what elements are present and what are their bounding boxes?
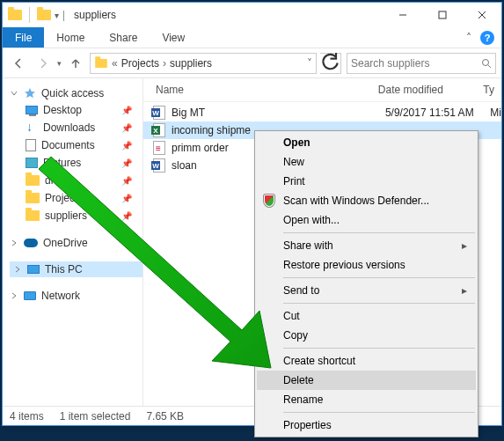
svg-line-5 bbox=[488, 65, 491, 68]
network-icon bbox=[24, 291, 36, 300]
pin-icon: 📌 bbox=[121, 123, 132, 133]
sidebar-suppliers[interactable]: suppliers📌 bbox=[10, 207, 142, 224]
sidebar-network[interactable]: Network bbox=[10, 288, 142, 304]
svg-rect-1 bbox=[439, 11, 446, 18]
col-type[interactable]: Ty bbox=[483, 84, 494, 96]
ctx-delete[interactable]: Delete bbox=[257, 371, 476, 390]
search-placeholder: Search suppliers bbox=[351, 57, 478, 70]
help-icon[interactable]: ? bbox=[480, 31, 494, 45]
recent-dropdown-icon[interactable]: ▾ bbox=[57, 59, 62, 68]
column-headers[interactable]: Name Date modified Ty bbox=[143, 78, 501, 102]
address-dropdown-icon[interactable]: ˅ bbox=[307, 57, 312, 70]
status-selected: 1 item selected bbox=[60, 410, 131, 423]
ctx-properties[interactable]: Properties bbox=[257, 415, 476, 435]
tab-view[interactable]: View bbox=[150, 27, 197, 48]
word-icon bbox=[153, 106, 165, 120]
minimize-button[interactable] bbox=[383, 3, 422, 27]
ctx-separator bbox=[283, 348, 475, 349]
qat-overflow[interactable]: ▾ │ bbox=[55, 11, 67, 20]
download-icon bbox=[26, 122, 38, 133]
pc-icon bbox=[27, 265, 40, 274]
breadcrumb-box[interactable]: « Projects › suppliers ˅ bbox=[90, 53, 317, 74]
breadcrumb-parent[interactable]: Projects bbox=[121, 57, 159, 70]
pin-icon: 📌 bbox=[121, 176, 132, 186]
ctx-cut[interactable]: Cut bbox=[257, 306, 476, 326]
ctx-print[interactable]: Print bbox=[257, 172, 476, 191]
breadcrumb-sep-icon: « bbox=[112, 57, 118, 70]
refresh-button[interactable] bbox=[320, 53, 341, 74]
ctx-separator bbox=[283, 277, 475, 278]
ctx-rename[interactable]: Rename bbox=[257, 390, 476, 409]
context-menu: Open New Print Scan with Windows Defende… bbox=[254, 130, 478, 437]
up-button[interactable] bbox=[65, 53, 86, 74]
maximize-button[interactable] bbox=[422, 3, 462, 27]
close-button[interactable] bbox=[462, 3, 501, 27]
breadcrumb-folder-icon bbox=[95, 58, 107, 67]
quick-access-header[interactable]: Quick access bbox=[10, 85, 142, 101]
document-icon bbox=[26, 139, 36, 151]
app-icon bbox=[8, 10, 22, 20]
excel-icon bbox=[153, 123, 165, 137]
breadcrumb-sep-icon: › bbox=[163, 57, 166, 70]
col-name[interactable]: Name bbox=[150, 84, 378, 96]
file-row[interactable]: Big MT 5/9/2017 11:51 AM Mi bbox=[143, 104, 501, 121]
pin-icon: 📌 bbox=[121, 158, 132, 168]
ribbon: File Home Share View ˄ ? bbox=[3, 27, 501, 48]
pictures-icon bbox=[26, 158, 38, 168]
breadcrumb-current[interactable]: suppliers bbox=[170, 57, 212, 70]
folder-icon bbox=[26, 210, 40, 221]
submenu-arrow-icon: ▸ bbox=[462, 239, 467, 252]
ctx-separator bbox=[283, 412, 475, 413]
ctx-shortcut[interactable]: Create shortcut bbox=[257, 351, 476, 371]
word-icon bbox=[153, 158, 165, 173]
ctx-defender[interactable]: Scan with Windows Defender... bbox=[257, 191, 476, 210]
sidebar-downloads[interactable]: Downloads📌 bbox=[10, 119, 142, 136]
back-button[interactable] bbox=[8, 53, 29, 74]
chevron-down-icon bbox=[10, 89, 18, 98]
tab-share[interactable]: Share bbox=[97, 27, 150, 48]
window-title: suppliers bbox=[74, 9, 116, 21]
ctx-openwith[interactable]: Open with... bbox=[257, 210, 476, 230]
tab-file[interactable]: File bbox=[3, 27, 44, 48]
sidebar-drafts[interactable]: drafts📌 bbox=[10, 172, 142, 189]
sidebar-pictures[interactable]: Pictures📌 bbox=[10, 154, 142, 172]
sidebar-this-pc[interactable]: This PC bbox=[10, 261, 142, 277]
desktop-icon bbox=[26, 106, 38, 114]
search-icon bbox=[481, 58, 492, 69]
sidebar-documents[interactable]: Documents📌 bbox=[10, 136, 142, 154]
sidebar-projects[interactable]: Projects📌 bbox=[10, 189, 142, 207]
qat-folder-icon[interactable] bbox=[37, 10, 51, 20]
ctx-separator bbox=[283, 303, 475, 304]
onedrive-icon bbox=[24, 239, 38, 247]
ctx-copy[interactable]: Copy bbox=[257, 326, 476, 345]
sidebar-onedrive[interactable]: OneDrive bbox=[10, 235, 142, 251]
ctx-sendto[interactable]: Send to▸ bbox=[257, 281, 476, 300]
nav-pane: Quick access Desktop📌 Downloads📌 Documen… bbox=[3, 78, 143, 406]
folder-icon bbox=[26, 175, 40, 186]
status-size: 7.65 KB bbox=[146, 410, 184, 423]
pin-icon: 📌 bbox=[121, 106, 132, 115]
sidebar-desktop[interactable]: Desktop📌 bbox=[10, 101, 142, 119]
ribbon-collapse-icon[interactable]: ˄ bbox=[466, 32, 471, 44]
star-icon bbox=[24, 87, 36, 99]
ctx-restore[interactable]: Restore previous versions bbox=[257, 255, 476, 275]
tab-home[interactable]: Home bbox=[44, 27, 97, 48]
col-date[interactable]: Date modified bbox=[378, 84, 483, 96]
address-bar: ▾ « Projects › suppliers ˅ Search suppli… bbox=[3, 48, 501, 78]
forward-button[interactable] bbox=[33, 53, 54, 74]
pin-icon: 📌 bbox=[121, 211, 132, 221]
svg-point-4 bbox=[483, 59, 489, 65]
pdf-icon bbox=[153, 141, 165, 155]
ctx-new[interactable]: New bbox=[257, 152, 476, 172]
pin-icon: 📌 bbox=[121, 141, 132, 151]
ctx-sharewith[interactable]: Share with▸ bbox=[257, 236, 476, 255]
titlebar: ▾ │ suppliers bbox=[3, 3, 501, 27]
ctx-open[interactable]: Open bbox=[257, 133, 476, 152]
folder-icon bbox=[26, 193, 40, 203]
pin-icon: 📌 bbox=[121, 194, 132, 203]
chevron-right-icon bbox=[10, 291, 18, 300]
search-input[interactable]: Search suppliers bbox=[347, 53, 496, 74]
submenu-arrow-icon: ▸ bbox=[462, 284, 467, 297]
ctx-separator bbox=[283, 232, 475, 233]
chevron-right-icon bbox=[10, 239, 18, 247]
